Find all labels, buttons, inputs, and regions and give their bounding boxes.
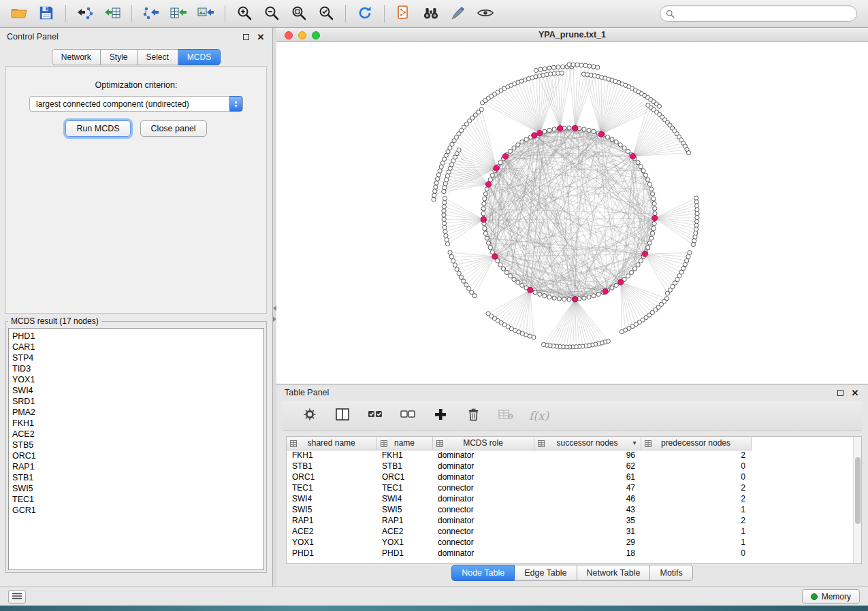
clear-selection-button[interactable] [398, 406, 417, 426]
table-cell: 2 [641, 450, 751, 461]
column-header-mcds-role[interactable]: MCDS role [432, 437, 534, 450]
table-row[interactable]: STB1STB1dominator620 [287, 461, 861, 472]
add-column-button[interactable] [431, 406, 450, 426]
float-table-panel-icon[interactable] [835, 388, 845, 397]
mcds-result-item[interactable]: STB5 [12, 440, 260, 450]
mcds-result-item[interactable]: PMA2 [12, 407, 260, 418]
toolbar-separator [225, 5, 225, 22]
export-table-button[interactable] [166, 3, 191, 24]
mcds-result-item[interactable]: SWI5 [12, 483, 260, 494]
import-network-button[interactable] [73, 3, 97, 24]
close-panel-icon[interactable]: ✕ [256, 32, 266, 42]
table-row[interactable]: ORC1ORC1dominator610 [287, 472, 861, 482]
select-all-button[interactable] [366, 406, 385, 426]
close-panel-button[interactable]: Close panel [140, 120, 207, 137]
table-row[interactable]: PHD1PHD1dominator180 [287, 548, 861, 559]
mcds-result-item[interactable]: ORC1 [12, 450, 260, 461]
memory-label: Memory [822, 592, 851, 601]
function-builder-icon: f(x) [529, 409, 549, 423]
table-cell: 31 [534, 526, 641, 537]
network-window-titlebar[interactable]: YPA_prune.txt_1 [276, 28, 868, 42]
close-window-icon[interactable] [285, 31, 293, 39]
refresh-layout-button[interactable] [353, 3, 377, 24]
open-file-button[interactable] [7, 3, 31, 24]
mcds-result-item[interactable]: SRD1 [12, 396, 260, 407]
table-settings-button[interactable] [300, 406, 319, 426]
zoom-out-button[interactable] [259, 3, 284, 24]
table-cell: FKH1 [376, 450, 432, 461]
float-panel-icon[interactable] [241, 32, 251, 42]
tab-select[interactable]: Select [138, 49, 178, 65]
table-row[interactable]: RAP1RAP1dominator352 [287, 515, 861, 526]
gear-icon [303, 408, 317, 423]
column-grid-icon [290, 440, 297, 449]
tab-network[interactable]: Network [52, 49, 101, 65]
column-header-predecessor-nodes[interactable]: predecessor nodes [641, 437, 751, 450]
toolbar-separator [131, 5, 132, 22]
tab-motifs[interactable]: Motifs [650, 565, 692, 581]
mcds-result-item[interactable]: ACE2 [12, 429, 260, 440]
criterion-dropdown-value: largest connected component (undirected) [36, 99, 189, 109]
mcds-result-list[interactable]: PHD1CAR1STP4TID3YOX1SWI4SRD1PMA2FKH1ACE2… [8, 328, 264, 570]
table-row[interactable]: FKH1FKH1dominator962 [287, 450, 861, 461]
mcds-result-item[interactable]: SWI4 [12, 385, 260, 396]
network-document-button[interactable] [391, 3, 416, 24]
mcds-result-item[interactable]: CAR1 [12, 342, 260, 352]
tab-node-table[interactable]: Node Table [451, 565, 515, 581]
table-row[interactable]: SWI5SWI5connector431 [287, 504, 861, 515]
mcds-result-item[interactable]: STP4 [12, 352, 260, 363]
tab-style[interactable]: Style [101, 49, 138, 65]
table-scrollbar-thumb[interactable] [855, 457, 861, 524]
table-row[interactable]: TEC1TEC1connector472 [287, 482, 861, 493]
sort-caret-icon[interactable]: ▾ [632, 439, 636, 446]
minimize-window-icon[interactable] [298, 31, 306, 39]
search-field[interactable] [660, 5, 857, 22]
save-session-button[interactable] [34, 3, 59, 24]
import-table-button[interactable] [100, 3, 125, 24]
search-input[interactable] [678, 8, 851, 19]
table-row[interactable]: YOX1YOX1connector291 [287, 537, 861, 548]
mcds-result-item[interactable]: PHD1 [12, 331, 260, 342]
close-table-panel-icon[interactable]: ✕ [850, 388, 860, 397]
column-header-name[interactable]: name [376, 437, 432, 450]
criterion-dropdown[interactable]: largest connected component (undirected)… [29, 96, 243, 112]
show-column-button[interactable] [333, 406, 352, 426]
show-details-button[interactable] [473, 3, 498, 24]
mcds-result-item[interactable]: GCR1 [12, 505, 260, 516]
function-builder-button[interactable]: f(x) [529, 406, 549, 426]
find-button[interactable] [419, 3, 443, 24]
memory-button[interactable]: Memory [802, 589, 860, 604]
tab-mcds[interactable]: MCDS [178, 49, 221, 65]
table-cell: 2 [641, 493, 751, 504]
mcds-result-item[interactable]: FKH1 [12, 418, 260, 429]
network-view[interactable] [276, 42, 868, 384]
tab-network-table[interactable]: Network Table [577, 565, 651, 581]
desktop-background [0, 606, 868, 611]
table-row[interactable]: ACE2ACE2connector311 [287, 526, 861, 537]
table-row[interactable]: SWI4SWI4dominator462 [287, 493, 861, 504]
column-header-shared-name[interactable]: shared name [287, 437, 376, 450]
zoom-in-button[interactable] [232, 3, 257, 24]
table-scrollbar[interactable] [853, 437, 861, 563]
export-image-button[interactable] [193, 3, 218, 24]
column-header-filler [751, 437, 861, 450]
maximize-window-icon[interactable] [312, 31, 320, 39]
mcds-result-item[interactable]: TEC1 [12, 494, 260, 505]
mcds-result-item[interactable]: STB1 [12, 472, 260, 483]
delete-column-button[interactable] [464, 406, 483, 426]
zoom-fit-button[interactable] [287, 3, 311, 24]
mcds-result-item[interactable]: YOX1 [12, 374, 260, 385]
mcds-result-item[interactable]: TID3 [12, 363, 260, 374]
tab-edge-table[interactable]: Edge Table [515, 565, 577, 581]
style-brush-button[interactable] [446, 3, 470, 24]
table-cell: PHD1 [287, 548, 376, 559]
task-history-button[interactable] [8, 590, 26, 604]
run-mcds-button[interactable]: Run MCDS [65, 120, 130, 137]
column-header-successor-nodes[interactable]: successor nodes ▾ [534, 437, 641, 450]
zoom-selected-button[interactable] [314, 3, 338, 24]
export-network-button[interactable] [139, 3, 163, 24]
toolbar-separator [345, 5, 346, 22]
table-cell: TEC1 [376, 482, 432, 493]
delete-table-button[interactable] [496, 406, 515, 426]
mcds-result-item[interactable]: RAP1 [12, 461, 260, 472]
